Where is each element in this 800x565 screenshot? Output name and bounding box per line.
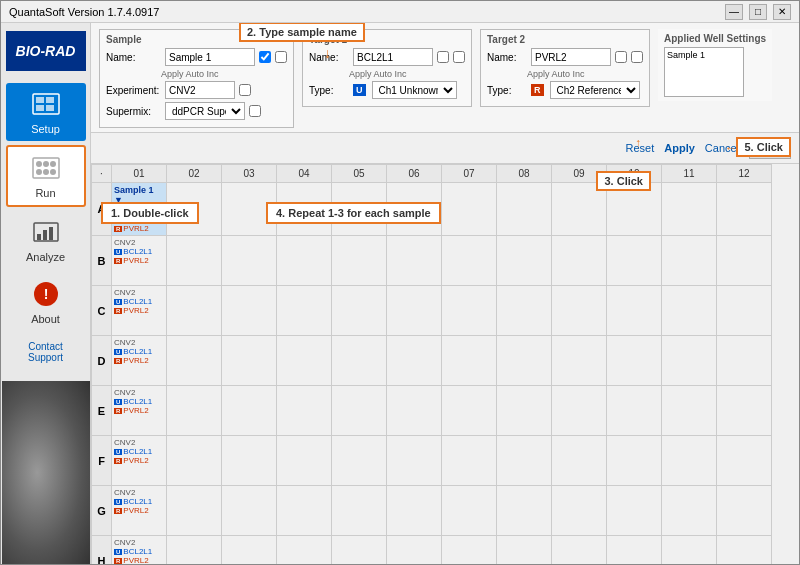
grid-cell-G08[interactable] [497, 486, 552, 536]
grid-cell-H06[interactable] [387, 536, 442, 565]
grid-cell-G09[interactable] [552, 486, 607, 536]
grid-cell-C08[interactable] [497, 286, 552, 336]
grid-cell-G12[interactable] [717, 486, 772, 536]
close-button[interactable]: ✕ [773, 4, 791, 20]
grid-cell-F10[interactable] [607, 436, 662, 486]
grid-cell-D11[interactable] [662, 336, 717, 386]
target2-name-input[interactable] [531, 48, 611, 66]
minimize-button[interactable]: — [725, 4, 743, 20]
grid-cell-B11[interactable] [662, 236, 717, 286]
grid-cell-D04[interactable] [277, 336, 332, 386]
grid-cell-C04[interactable] [277, 286, 332, 336]
target2-type-select[interactable]: Ch2 Reference [550, 81, 640, 99]
grid-cell-B09[interactable] [552, 236, 607, 286]
grid-cell-E05[interactable] [332, 386, 387, 436]
grid-cell-B06[interactable] [387, 236, 442, 286]
grid-cell-H08[interactable] [497, 536, 552, 565]
grid-cell-H03[interactable] [222, 536, 277, 565]
grid-cell-E09[interactable] [552, 386, 607, 436]
grid-cell-H05[interactable] [332, 536, 387, 565]
grid-cell-F05[interactable] [332, 436, 387, 486]
grid-cell-G07[interactable] [442, 486, 497, 536]
grid-cell-D06[interactable] [387, 336, 442, 386]
supermix-select[interactable]: ddPCR Superm [165, 102, 245, 120]
grid-cell-D03[interactable] [222, 336, 277, 386]
sample-checkbox2[interactable] [275, 51, 287, 63]
grid-cell-C06[interactable] [387, 286, 442, 336]
grid-cell-E04[interactable] [277, 386, 332, 436]
grid-cell-D09[interactable] [552, 336, 607, 386]
grid-cell-C05[interactable] [332, 286, 387, 336]
grid-cell-C07[interactable] [442, 286, 497, 336]
grid-cell-F09[interactable] [552, 436, 607, 486]
grid-cell-G05[interactable] [332, 486, 387, 536]
target1-type-select[interactable]: Ch1 Unknown [372, 81, 457, 99]
grid-cell-H10[interactable] [607, 536, 662, 565]
grid-cell-B08[interactable] [497, 236, 552, 286]
grid-cell-E06[interactable] [387, 386, 442, 436]
grid-cell-A12[interactable] [717, 183, 772, 236]
grid-cell-F01[interactable]: CNV2 U BCL2L1 R PVRL2 [112, 436, 167, 486]
experiment-input[interactable] [165, 81, 235, 99]
grid-cell-E03[interactable] [222, 386, 277, 436]
sidebar-item-setup[interactable]: Setup [6, 83, 86, 141]
grid-cell-H02[interactable] [167, 536, 222, 565]
grid-cell-H12[interactable] [717, 536, 772, 565]
t1-checkbox1[interactable] [437, 51, 449, 63]
experiment-checkbox[interactable] [239, 84, 251, 96]
grid-cell-E01[interactable]: CNV2 U BCL2L1 R PVRL2 [112, 386, 167, 436]
grid-cell-B05[interactable] [332, 236, 387, 286]
sidebar-item-run[interactable]: Run [6, 145, 86, 207]
grid-cell-D07[interactable] [442, 336, 497, 386]
grid-cell-C03[interactable] [222, 286, 277, 336]
grid-cell-C11[interactable] [662, 286, 717, 336]
grid-cell-B07[interactable] [442, 236, 497, 286]
grid-cell-F08[interactable] [497, 436, 552, 486]
t2-checkbox1[interactable] [615, 51, 627, 63]
grid-cell-E12[interactable] [717, 386, 772, 436]
target1-name-input[interactable] [353, 48, 433, 66]
sample-name-input[interactable] [165, 48, 255, 66]
sidebar-item-about[interactable]: ! About [6, 273, 86, 331]
grid-cell-E02[interactable] [167, 386, 222, 436]
sidebar-item-analyze[interactable]: Analyze [6, 211, 86, 269]
grid-cell-D05[interactable] [332, 336, 387, 386]
grid-cell-G02[interactable] [167, 486, 222, 536]
grid-cell-B10[interactable] [607, 236, 662, 286]
grid-cell-H09[interactable] [552, 536, 607, 565]
grid-cell-A08[interactable] [497, 183, 552, 236]
sidebar-item-contact[interactable]: Contact Support [6, 335, 86, 369]
grid-cell-G06[interactable] [387, 486, 442, 536]
grid-cell-E11[interactable] [662, 386, 717, 436]
grid-cell-F12[interactable] [717, 436, 772, 486]
maximize-button[interactable]: □ [749, 4, 767, 20]
grid-cell-C09[interactable] [552, 286, 607, 336]
grid-cell-F11[interactable] [662, 436, 717, 486]
grid-cell-G01[interactable]: CNV2 U BCL2L1 R PVRL2 [112, 486, 167, 536]
grid-cell-F07[interactable] [442, 436, 497, 486]
grid-cell-B01[interactable]: CNV2 U BCL2L1 R PVRL2 [112, 236, 167, 286]
grid-cell-A11[interactable] [662, 183, 717, 236]
grid-cell-B02[interactable] [167, 236, 222, 286]
grid-cell-D02[interactable] [167, 336, 222, 386]
grid-cell-C12[interactable] [717, 286, 772, 336]
grid-cell-D10[interactable] [607, 336, 662, 386]
grid-cell-F02[interactable] [167, 436, 222, 486]
t2-checkbox2[interactable] [631, 51, 643, 63]
grid-cell-D12[interactable] [717, 336, 772, 386]
sample-autoinc-checkbox[interactable] [259, 51, 271, 63]
grid-cell-D08[interactable] [497, 336, 552, 386]
grid-cell-G04[interactable] [277, 486, 332, 536]
grid-cell-C02[interactable] [167, 286, 222, 336]
grid-cell-H01[interactable]: CNV2 U BCL2L1 R PVRL2 [112, 536, 167, 565]
grid-cell-G10[interactable] [607, 486, 662, 536]
grid-cell-H07[interactable] [442, 536, 497, 565]
grid-cell-G11[interactable] [662, 486, 717, 536]
grid-cell-H04[interactable] [277, 536, 332, 565]
grid-cell-B04[interactable] [277, 236, 332, 286]
grid-cell-F03[interactable] [222, 436, 277, 486]
grid-cell-B12[interactable] [717, 236, 772, 286]
grid-cell-G03[interactable] [222, 486, 277, 536]
supermix-checkbox[interactable] [249, 105, 261, 117]
grid-cell-E07[interactable] [442, 386, 497, 436]
